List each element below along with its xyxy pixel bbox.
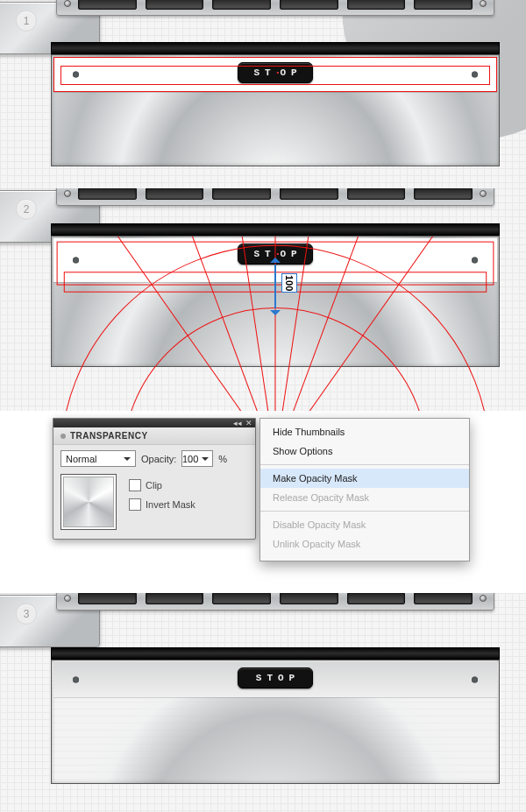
stop-o: O <box>280 67 291 78</box>
step-badge-3: 3 <box>16 604 37 625</box>
divider-strip <box>51 223 500 236</box>
stop-button[interactable]: STOP <box>238 667 313 688</box>
white-band: S T • O P <box>53 57 497 92</box>
blend-mode-select[interactable]: Normal <box>60 450 136 467</box>
vent-plate-top <box>56 593 494 611</box>
transparency-panel[interactable]: ◂◂ ✕ TRANSPARENCY Normal Opacity: 100 % <box>53 418 256 540</box>
clip-label: Clip <box>146 480 162 491</box>
chevron-down-icon <box>202 457 209 464</box>
canvas-step-2: 2 ST•OP <box>0 188 526 411</box>
stop-s: S <box>253 67 265 78</box>
menu-separator <box>260 511 469 512</box>
stop-button[interactable]: S T • O P <box>238 62 313 83</box>
step-badge-2: 2 <box>16 199 37 220</box>
canvas-step-3: 3 STOP <box>0 593 526 812</box>
panel-tabbar: ◂◂ ✕ <box>53 419 255 427</box>
white-band: STOP <box>53 662 497 697</box>
panel-collapse-icon[interactable]: ◂◂ <box>233 420 242 427</box>
opacity-thumbnail[interactable] <box>60 474 117 530</box>
opacity-label: Opacity: <box>141 454 176 464</box>
menu-unlink-opacity-mask: Unlink Opacity Mask <box>260 534 469 554</box>
stop-t: T <box>265 67 276 78</box>
stop-p: P <box>291 67 302 78</box>
panel-title: TRANSPARENCY <box>53 427 255 445</box>
menu-hide-thumbnails[interactable]: Hide Thumbnails <box>260 422 469 441</box>
menu-release-opacity-mask: Release Opacity Mask <box>260 488 469 507</box>
front-panel: ST•OP 100 <box>51 236 500 367</box>
menu-separator <box>260 464 469 465</box>
invert-label: Invert Mask <box>146 499 195 510</box>
stop-dot-icon: • <box>276 68 281 76</box>
menu-disable-opacity-mask: Disable Opacity Mask <box>260 515 469 534</box>
checkbox-box <box>129 498 141 511</box>
divider-strip <box>51 42 500 54</box>
divider-strip <box>51 647 500 660</box>
menu-show-options[interactable]: Show Options <box>260 441 469 461</box>
stop-dot-icon: • <box>276 250 281 258</box>
stop-button[interactable]: ST•OP <box>238 244 313 265</box>
front-panel-result: STOP <box>51 660 500 784</box>
invert-mask-checkbox[interactable]: Invert Mask <box>129 498 195 511</box>
step-badge-1: 1 <box>16 11 37 32</box>
front-panel: S T • O P <box>51 54 500 166</box>
clip-checkbox[interactable]: Clip <box>129 479 195 491</box>
blend-mode-value: Normal <box>66 454 96 464</box>
svg-point-1 <box>124 308 428 411</box>
panel-flyout-menu[interactable]: Hide Thumbnails Show Options Make Opacit… <box>259 418 470 561</box>
opacity-value: 100 <box>182 454 198 464</box>
opacity-input[interactable]: 100 <box>181 450 213 467</box>
chevron-down-icon <box>124 457 131 464</box>
menu-make-opacity-mask[interactable]: Make Opacity Mask <box>260 469 469 488</box>
checkbox-box <box>129 479 141 491</box>
white-band: ST•OP <box>53 238 497 282</box>
panel-close-icon[interactable]: ✕ <box>245 420 252 427</box>
vent-plate-top <box>56 0 494 16</box>
opacity-suffix: % <box>218 454 227 464</box>
panel-area: ◂◂ ✕ TRANSPARENCY Normal Opacity: 100 % <box>0 411 526 593</box>
canvas-step-1: 1 S T • O P <box>0 0 526 188</box>
vent-plate-top <box>56 188 494 206</box>
